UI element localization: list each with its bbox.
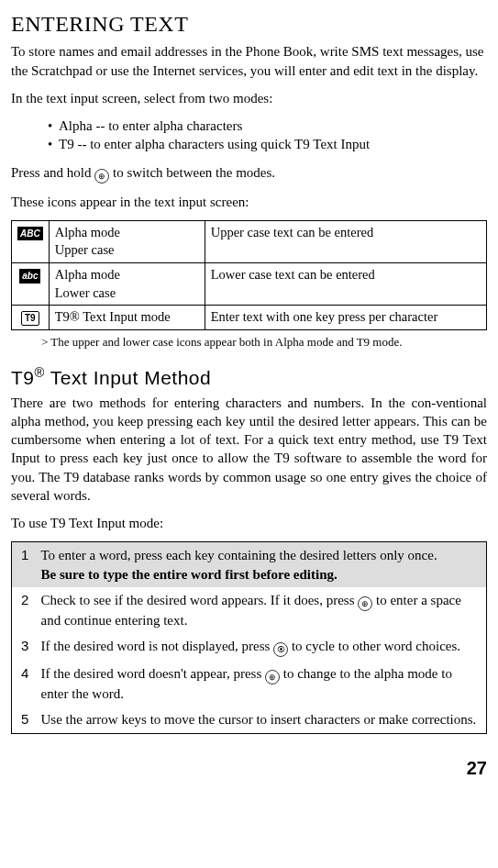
- step-text: If the desired word is not displayed, pr…: [38, 633, 487, 661]
- text: To enter a word, press each key containi…: [41, 548, 437, 562]
- modes-list: Alpha -- to enter alpha characters T9 --…: [59, 117, 487, 154]
- icon-cell: abc: [12, 263, 50, 306]
- heading-pre: T9: [11, 367, 35, 388]
- step-number: 5: [12, 707, 38, 733]
- table-row: abc Alpha mode Lower case Lower case tex…: [12, 263, 487, 306]
- step-text: Check to see if the desired word appears…: [38, 587, 487, 633]
- cycle-key-icon: ⦿: [273, 642, 288, 657]
- heading-sup: ®: [35, 365, 45, 380]
- text: Press and hold: [11, 165, 94, 180]
- t9-use-lead: To use T9 Text Input mode:: [11, 514, 487, 532]
- step-text: To enter a word, press each key containi…: [38, 542, 487, 587]
- mode-key-icon: ⊕: [265, 670, 280, 684]
- space-key-icon: ⊕: [358, 596, 372, 611]
- step-row: 2 Check to see if the desired word appea…: [12, 587, 487, 633]
- step-text: If the desired word doesn't appear, pres…: [38, 661, 487, 707]
- mode-cell: Alpha mode Upper case: [49, 220, 205, 262]
- list-item: T9 -- to enter alpha characters using qu…: [59, 135, 487, 153]
- t9-icon: T9: [21, 311, 39, 326]
- note-text: The upper and lower case icons appear bo…: [50, 335, 402, 349]
- step-number: 3: [12, 633, 38, 661]
- steps-table: 1 To enter a word, press each key contai…: [11, 541, 487, 733]
- mode-cell: Alpha mode Lower case: [49, 263, 205, 306]
- page-number: 27: [11, 756, 487, 781]
- table-row: ABC Alpha mode Upper case Upper case tex…: [12, 220, 487, 262]
- step-text: Use the arrow keys to move the cursor to…: [38, 707, 487, 733]
- text: to cycle to other word choices.: [288, 639, 460, 653]
- icon-table: ABC Alpha mode Upper case Upper case tex…: [11, 220, 487, 330]
- heading-post: Text Input Method: [45, 367, 211, 388]
- text: to switch between the modes.: [109, 165, 275, 180]
- desc-cell: Enter text with one key press per charac…: [205, 306, 486, 330]
- table-note: > The upper and lower case icons appear …: [51, 334, 487, 351]
- text: Check to see if the desired word appears…: [41, 593, 359, 607]
- hold-instruction: Press and hold ⊕ to switch between the m…: [11, 163, 487, 184]
- step-number: 1: [12, 542, 38, 587]
- mode-key-icon: ⊕: [94, 169, 109, 184]
- section-heading: T9® Text Input Method: [11, 364, 487, 391]
- list-item: Alpha -- to enter alpha characters: [59, 117, 487, 135]
- intro-paragraph: To store names and email addresses in th…: [11, 42, 487, 80]
- step-row: 5 Use the arrow keys to move the cursor …: [12, 707, 487, 733]
- t9-paragraph: There are two methods for entering chara…: [11, 394, 487, 506]
- icon-cell: ABC: [12, 220, 50, 262]
- step-number: 2: [12, 587, 38, 633]
- mode-cell: T9® Text Input mode: [49, 306, 205, 330]
- text: If the desired word is not displayed, pr…: [41, 639, 274, 653]
- alpha-upper-icon: ABC: [17, 227, 43, 241]
- note-prefix: >: [41, 335, 50, 349]
- desc-cell: Lower case text can be entered: [205, 263, 486, 306]
- step-row: 4 If the desired word doesn't appear, pr…: [12, 661, 487, 707]
- text: If the desired word doesn't appear, pres…: [41, 666, 266, 681]
- step-number: 4: [12, 661, 38, 707]
- step-bold-text: Be sure to type the entire word first be…: [41, 567, 338, 582]
- desc-cell: Upper case text can be entered: [205, 220, 486, 262]
- step-row: 3 If the desired word is not displayed, …: [12, 633, 487, 661]
- modes-lead: In the text input screen, select from tw…: [11, 89, 487, 107]
- table-row: T9 T9® Text Input mode Enter text with o…: [12, 306, 487, 330]
- alpha-lower-icon: abc: [19, 269, 40, 284]
- step-row: 1 To enter a word, press each key contai…: [12, 542, 487, 587]
- page-title: ENTERING TEXT: [11, 9, 487, 39]
- icons-lead: These icons appear in the text input scr…: [11, 193, 487, 211]
- icon-cell: T9: [12, 306, 50, 330]
